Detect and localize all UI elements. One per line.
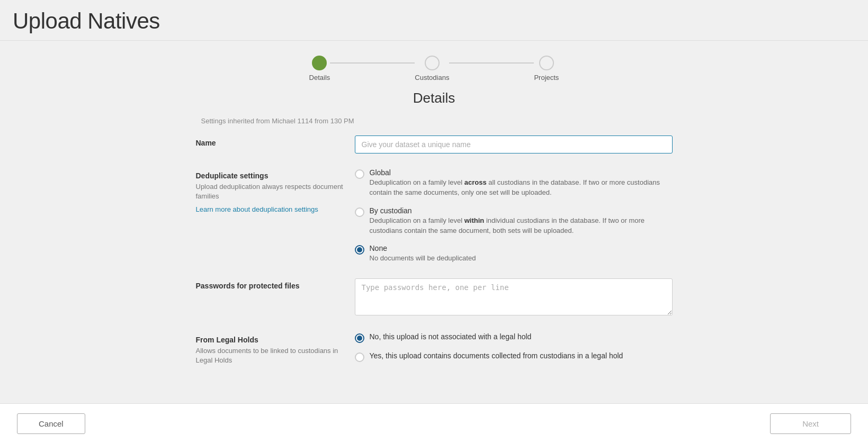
passwords-label: Passwords for protected files — [196, 282, 344, 290]
passwords-row: Passwords for protected files — [196, 278, 673, 318]
dedup-label: Deduplicate settings — [196, 171, 344, 180]
dedup-radio-by-custodian[interactable] — [355, 207, 364, 217]
dedup-desc-none: No documents will be deduplicated — [370, 254, 476, 264]
page-title: Upload Natives — [13, 8, 855, 34]
passwords-input[interactable] — [355, 278, 673, 315]
legal-holds-radio-yes[interactable] — [355, 352, 364, 362]
dedup-row: Deduplicate settings Upload deduplicatio… — [196, 168, 673, 264]
dedup-radio-none[interactable] — [355, 245, 364, 255]
dedup-desc-by-custodian: Deduplication on a family level within i… — [370, 216, 673, 236]
name-label-col: Name — [196, 135, 355, 149]
section-title: Details — [413, 90, 455, 106]
dedup-label-global: Global — [370, 168, 673, 177]
cancel-button[interactable]: Cancel — [17, 413, 85, 434]
name-row: Name — [196, 135, 673, 153]
dedup-sublabel: Upload deduplication always respects doc… — [196, 182, 344, 201]
name-control-col — [355, 135, 673, 153]
step-label-projects: Projects — [534, 74, 559, 82]
step-details: Details — [309, 56, 330, 82]
legal-holds-option-yes[interactable]: Yes, this upload contains documents coll… — [355, 351, 673, 362]
legal-holds-option-no[interactable]: No, this upload is not associated with a… — [355, 332, 673, 343]
dedup-text-none: None No documents will be deduplicated — [370, 244, 476, 264]
dedup-desc-global: Deduplication on a family level across a… — [370, 178, 673, 198]
step-circle-projects — [539, 56, 554, 70]
name-label: Name — [196, 139, 344, 147]
legal-holds-control-col: No, this upload is not associated with a… — [355, 332, 673, 362]
step-projects: Projects — [534, 56, 559, 82]
dedup-label-col: Deduplicate settings Upload deduplicatio… — [196, 168, 355, 214]
step-custodians: Custodians — [415, 56, 449, 82]
passwords-label-col: Passwords for protected files — [196, 278, 355, 292]
dedup-text-global: Global Deduplication on a family level a… — [370, 168, 673, 198]
passwords-control-col — [355, 278, 673, 318]
name-input[interactable] — [355, 135, 673, 153]
legal-holds-radio-no[interactable] — [355, 333, 364, 343]
inherited-text: Settings inherited from Michael 1114 fro… — [196, 117, 673, 125]
legal-holds-text-no: No, this upload is not associated with a… — [370, 332, 532, 342]
legal-holds-label-col: From Legal Holds Allows documents to be … — [196, 332, 355, 365]
dedup-text-by-custodian: By custodian Deduplication on a family l… — [370, 206, 673, 236]
step-connector-1 — [330, 62, 415, 64]
dedup-label-none: None — [370, 244, 476, 252]
dedup-control-col: Global Deduplication on a family level a… — [355, 168, 673, 264]
dedup-option-global[interactable]: Global Deduplication on a family level a… — [355, 168, 673, 198]
dedup-link[interactable]: Learn more about deduplication settings — [196, 205, 318, 213]
legal-holds-label-yes: Yes, this upload contains documents coll… — [370, 351, 623, 360]
step-circle-custodians — [425, 56, 440, 70]
dedup-option-none[interactable]: None No documents will be deduplicated — [355, 244, 673, 264]
legal-holds-radio-group: No, this upload is not associated with a… — [355, 332, 673, 362]
step-circle-details — [312, 56, 327, 70]
legal-holds-row: From Legal Holds Allows documents to be … — [196, 332, 673, 365]
legal-holds-sublabel: Allows documents to be linked to custodi… — [196, 346, 344, 365]
stepper: Details Custodians Projects — [0, 41, 868, 90]
legal-holds-label: From Legal Holds — [196, 336, 344, 344]
step-label-custodians: Custodians — [415, 74, 449, 82]
step-connector-2 — [449, 62, 534, 64]
dedup-radio-group: Global Deduplication on a family level a… — [355, 168, 673, 264]
form-container: Settings inherited from Michael 1114 fro… — [196, 117, 673, 381]
next-button[interactable]: Next — [770, 413, 851, 434]
legal-holds-text-yes: Yes, this upload contains documents coll… — [370, 351, 623, 361]
dedup-label-by-custodian: By custodian — [370, 206, 673, 215]
dedup-radio-global[interactable] — [355, 169, 364, 179]
dedup-option-by-custodian[interactable]: By custodian Deduplication on a family l… — [355, 206, 673, 236]
page-header: Upload Natives — [0, 0, 868, 41]
step-label-details: Details — [309, 74, 330, 82]
main-content: Details Custodians Projects Details Sett… — [0, 41, 868, 443]
legal-holds-label-no: No, this upload is not associated with a… — [370, 332, 532, 341]
footer: Cancel Next — [0, 403, 868, 443]
